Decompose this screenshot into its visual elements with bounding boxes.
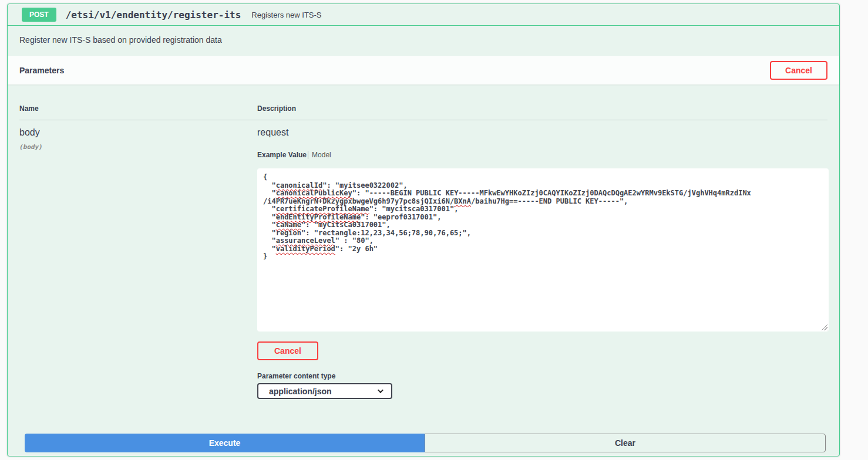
- endpoint-path: /etsi/v1/endentity/register-its: [66, 9, 241, 21]
- parameters-table: Name Description body (body) request Exa…: [8, 84, 839, 399]
- column-header-name: Name: [19, 104, 257, 113]
- parameters-title: Parameters: [19, 66, 64, 75]
- content-type-label: Parameter content type: [257, 372, 827, 380]
- endpoint-summary: Registers new ITS-S: [251, 11, 321, 19]
- content-type-select[interactable]: application/json: [257, 383, 392, 399]
- example-model-tabs: Example ValueModel: [257, 151, 827, 159]
- parameter-location: (body): [19, 143, 257, 151]
- chevron-down-icon: [378, 387, 383, 393]
- cancel-operation-button[interactable]: Cancel: [770, 61, 827, 80]
- parameter-name: body: [19, 127, 257, 138]
- endpoint-description: Register new ITS-S based on provided reg…: [8, 26, 839, 56]
- parameters-table-header: Name Description: [19, 95, 827, 120]
- execute-row: Execute Clear: [8, 434, 839, 452]
- parameter-description: request: [257, 127, 827, 138]
- operation-summary-bar[interactable]: POST /etsi/v1/endentity/register-its Reg…: [8, 4, 839, 26]
- cancel-edit-button[interactable]: Cancel: [257, 341, 318, 360]
- parameters-header-bar: Parameters Cancel: [8, 56, 839, 84]
- execute-button[interactable]: Execute: [25, 434, 425, 452]
- request-body-editor[interactable]: { "canonicalId": "myitsee0322002", "cano…: [257, 168, 829, 332]
- tab-model[interactable]: Model: [308, 151, 331, 159]
- http-method-badge: POST: [22, 8, 56, 22]
- clear-button[interactable]: Clear: [425, 434, 826, 452]
- request-body-json[interactable]: { "canonicalId": "myitsee0322002", "cano…: [263, 174, 823, 261]
- resize-handle-icon[interactable]: [820, 323, 827, 330]
- parameter-row-body: body (body) request Example ValueModel {…: [19, 120, 827, 399]
- tab-example-value[interactable]: Example Value: [257, 151, 307, 159]
- column-header-description: Description: [257, 104, 827, 113]
- content-type-selected-value: application/json: [269, 387, 332, 396]
- operation-block-post: POST /etsi/v1/endentity/register-its Reg…: [7, 4, 840, 456]
